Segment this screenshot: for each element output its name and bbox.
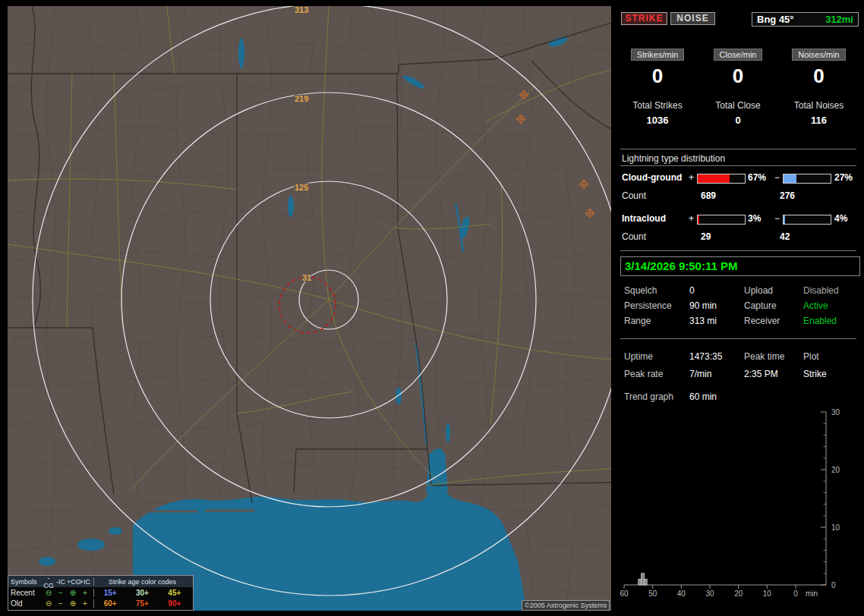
age-45: 45+ — [159, 589, 191, 597]
separator — [620, 250, 856, 251]
trend-graph: 30 20 10 0 60 50 40 30 20 10 0 min — [619, 405, 858, 610]
y-tick-10: 10 — [831, 523, 840, 532]
total-strikes-value: 1036 — [619, 115, 696, 126]
total-noises-value: 116 — [780, 115, 858, 126]
x-tick-0: 0 — [793, 589, 798, 598]
legend-recent-label: Recent — [11, 589, 43, 597]
total-strikes-label: Total Strikes — [619, 100, 696, 111]
legend-col-neg-ic: -IC — [55, 578, 67, 586]
peak-time-value: 2:35 PM — [744, 369, 778, 379]
noise-mode-button[interactable]: NOISE — [670, 12, 715, 25]
river-lake — [288, 196, 294, 217]
x-tick-20: 20 — [734, 589, 743, 598]
peak-rate-value: 7/min — [689, 369, 711, 379]
x-tick-30: 30 — [705, 589, 714, 598]
copyright-label: ©2005 Astrogenic Systems — [522, 600, 610, 611]
age-15: 15+ — [94, 589, 126, 597]
x-tick-60: 60 — [620, 589, 629, 598]
uptime-label: Uptime — [624, 351, 653, 362]
age-60: 60+ — [94, 599, 126, 608]
rate-counters: Strikes/min 0 Total Strikes 1036 Close/m… — [619, 49, 858, 126]
intracloud-label: Intracloud — [622, 213, 666, 224]
peak-time-label: Peak time — [744, 351, 784, 362]
trend-graph-label: Trend graph — [624, 391, 673, 402]
legend-symbols-header: Symbols — [11, 578, 43, 586]
recent-neg-ic-symbol: − — [55, 589, 67, 597]
trend-bars — [639, 574, 647, 585]
x-axis-unit: min — [806, 589, 818, 598]
x-tick-50: 50 — [648, 589, 657, 598]
ic-negative-bar — [783, 215, 831, 225]
legend-col-pos-ic: +IC — [79, 578, 91, 586]
legend-old-label: Old — [11, 599, 43, 608]
close-per-min-chip: Close/min — [714, 49, 763, 61]
uptime-value: 1473:35 — [689, 351, 722, 362]
cg-count-label: Count — [622, 190, 646, 201]
squelch-label: Squelch — [624, 285, 657, 296]
range-value: 313 mi — [689, 316, 717, 326]
minus-sign: − — [774, 172, 780, 183]
strikes-per-min-value: 0 — [619, 64, 696, 88]
age-75: 75+ — [126, 599, 158, 608]
bearing-label: Bng 45° — [757, 14, 794, 25]
map-legend: Symbols -CG -IC +CG +IC Strike age color… — [8, 575, 194, 611]
coastal-lake — [39, 557, 55, 566]
cg-negative-count: 276 — [780, 190, 795, 201]
bearing-range-value: 312mi — [825, 14, 853, 25]
plot-label: Plot — [803, 351, 819, 362]
distribution-title: Lightning type distribution — [622, 153, 725, 164]
datetime-display: 3/14/2026 9:50:11 PM — [620, 256, 860, 276]
persistence-value: 90 min — [689, 300, 717, 311]
receiver-label: Receiver — [744, 316, 780, 326]
old-neg-ic-symbol: − — [55, 599, 67, 608]
legend-col-pos-cg: +CG — [67, 578, 79, 586]
river-lake — [446, 423, 450, 442]
y-tick-20: 20 — [831, 466, 840, 474]
noises-counter-column: Noises/min 0 Total Noises 116 — [780, 49, 858, 126]
datetime-value: 3/14/2026 9:50:11 PM — [625, 259, 737, 272]
legend-col-neg-cg: -CG — [43, 574, 55, 589]
squelch-value: 0 — [689, 285, 695, 296]
total-close-value: 0 — [696, 115, 780, 126]
cg-positive-bar — [697, 174, 746, 184]
coastal-lake — [77, 539, 105, 551]
ic-negative-fill — [784, 215, 785, 224]
strike-mode-button[interactable]: STRIKE — [621, 12, 667, 25]
lightning-map[interactable]: 313 219 125 31 Symbols -CG -IC +CG +IC S… — [8, 6, 611, 611]
receiver-value: Enabled — [803, 316, 837, 326]
strikes-counter-column: Strikes/min 0 Total Strikes 1036 — [619, 49, 696, 126]
bearing-range-display: Bng 45° 312mi — [752, 12, 859, 27]
strikes-per-min-chip: Strikes/min — [631, 49, 684, 61]
old-age-codes: 60+ 75+ 90+ — [93, 599, 191, 608]
total-close-label: Total Close — [696, 100, 780, 111]
noises-per-min-value: 0 — [780, 64, 858, 88]
capture-value: Active — [803, 300, 828, 311]
cg-positive-count: 689 — [701, 190, 716, 201]
plus-sign: + — [689, 172, 694, 183]
recent-pos-ic-symbol: + — [79, 589, 91, 597]
cg-negative-bar — [783, 174, 831, 184]
upload-label: Upload — [744, 285, 773, 296]
ring-label-31: 31 — [302, 273, 311, 282]
legend-recent-row: Recent ⊖ − ⊕ + 15+ 30+ 45+ — [8, 587, 193, 598]
close-counter-column: Close/min 0 Total Close 0 — [696, 49, 780, 126]
trend-axes — [624, 412, 826, 589]
legend-age-header: Strike age color codes — [93, 578, 191, 586]
map-canvas[interactable]: 313 219 125 31 — [8, 6, 611, 611]
close-per-min-value: 0 — [696, 64, 780, 88]
peak-rate-label: Peak rate — [624, 369, 663, 379]
trend-window-value: 60 min — [689, 391, 717, 402]
recent-pos-cg-symbol: ⊕ — [67, 589, 79, 597]
range-label: Range — [624, 316, 651, 326]
legend-header-row: Symbols -CG -IC +CG +IC Strike age color… — [8, 576, 193, 587]
trend-tick-labels: 30 20 10 0 60 50 40 30 20 10 0 min — [620, 408, 840, 598]
river-lake — [396, 388, 402, 404]
minus-sign: − — [774, 213, 780, 224]
recent-age-codes: 15+ 30+ 45+ — [93, 589, 191, 597]
cg-negative-fill — [784, 174, 796, 183]
ring-label-125: 125 — [295, 183, 308, 192]
old-pos-cg-symbol: ⊕ — [67, 599, 79, 608]
ic-negative-pct: 4% — [834, 213, 847, 224]
separator — [620, 165, 856, 166]
legend-old-row: Old ⊖ − ⊕ + 60+ 75+ 90+ — [8, 598, 193, 608]
